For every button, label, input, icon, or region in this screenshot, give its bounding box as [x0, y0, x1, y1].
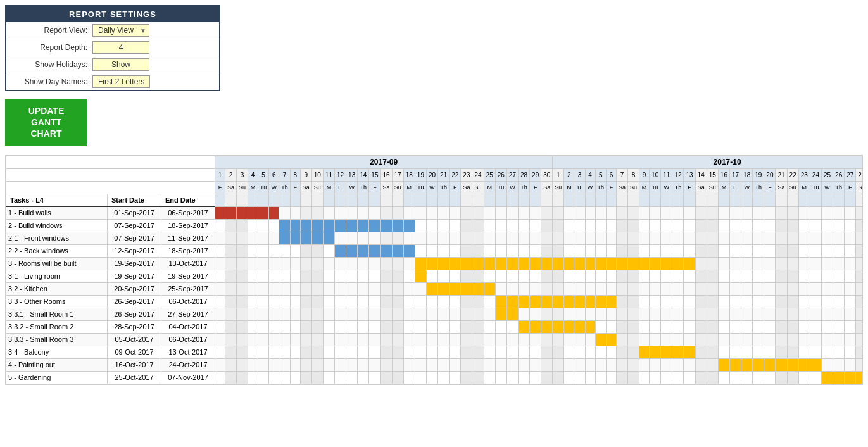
table-row: 5 - Gardening25-Oct-201707-Nov-2017	[6, 371, 864, 384]
task-name: 2 - Build windows	[6, 219, 108, 232]
task-name: 5 - Gardening	[6, 371, 108, 384]
task-start-date: 07-Sep-2017	[108, 232, 161, 244]
table-row: 2 - Build windows07-Sep-201718-Sep-2017	[6, 219, 864, 232]
gantt-chart: 2017-092017-102017-111234567891011121314…	[5, 155, 863, 385]
task-name: 3.1 - Living room	[6, 270, 108, 282]
task-end-date: 19-Sep-2017	[161, 270, 215, 282]
table-row: 2.1 - Front windows07-Sep-201711-Sep-201…	[6, 232, 864, 244]
task-name: 1 - Build walls	[6, 206, 108, 219]
task-start-date: 07-Sep-2017	[108, 219, 161, 232]
report-depth-label: Report Depth:	[10, 43, 92, 52]
task-name: 3 - Rooms will be built	[6, 257, 108, 270]
task-start-date: 20-Sep-2017	[108, 282, 161, 295]
table-row: 3.3.1 - Small Room 126-Sep-201727-Sep-20…	[6, 308, 864, 320]
report-view-label: Report View:	[10, 26, 92, 35]
task-end-date: 13-Oct-2017	[161, 257, 215, 270]
report-view-value[interactable]: Daily View ▼	[92, 24, 149, 37]
task-end-date: 24-Oct-2017	[161, 358, 215, 371]
task-name: 3.3 - Other Rooms	[6, 295, 108, 308]
dropdown-arrow-icon: ▼	[140, 27, 146, 34]
task-end-date: 27-Sep-2017	[161, 308, 215, 320]
settings-title: REPORT SETTINGS	[6, 6, 219, 22]
task-end-date: 18-Sep-2017	[161, 244, 215, 257]
report-view-row: Report View: Daily View ▼	[6, 22, 219, 39]
task-start-date: 25-Oct-2017	[108, 371, 161, 384]
task-end-date: 06-Sep-2017	[161, 206, 215, 219]
task-start-date: 26-Sep-2017	[108, 308, 161, 320]
task-end-date: 18-Sep-2017	[161, 219, 215, 232]
task-start-date: 19-Sep-2017	[108, 270, 161, 282]
report-depth-value[interactable]: 4	[92, 41, 149, 54]
task-name: 3.3.1 - Small Room 1	[6, 308, 108, 320]
table-row: 3.3.2 - Small Room 228-Sep-201704-Oct-20…	[6, 320, 864, 333]
table-row: 3 - Rooms will be built19-Sep-201713-Oct…	[6, 257, 864, 270]
table-row: 3.1 - Living room19-Sep-201719-Sep-2017	[6, 270, 864, 282]
task-name: 3.4 - Balcony	[6, 346, 108, 358]
report-depth-row: Report Depth: 4	[6, 39, 219, 56]
task-end-date: 06-Oct-2017	[161, 295, 215, 308]
task-start-date: 28-Sep-2017	[108, 320, 161, 333]
show-day-names-label: Show Day Names:	[10, 77, 92, 86]
table-row: 4 - Painting out16-Oct-201724-Oct-2017	[6, 358, 864, 371]
settings-panel: REPORT SETTINGS Report View: Daily View …	[5, 5, 220, 91]
table-row: 1 - Build walls01-Sep-201706-Sep-2017	[6, 206, 864, 219]
table-row: 3.3 - Other Rooms26-Sep-201706-Oct-2017	[6, 295, 864, 308]
show-day-names-value[interactable]: First 2 Letters	[92, 75, 150, 88]
task-name: 2.2 - Back windows	[6, 244, 108, 257]
task-start-date: 19-Sep-2017	[108, 257, 161, 270]
show-holidays-value[interactable]: Show	[92, 58, 149, 71]
task-name: 3.2 - Kitchen	[6, 282, 108, 295]
table-row: 2.2 - Back windows12-Sep-201718-Sep-2017	[6, 244, 864, 257]
show-holidays-label: Show Holidays:	[10, 60, 92, 69]
task-start-date: 16-Oct-2017	[108, 358, 161, 371]
task-name: 2.1 - Front windows	[6, 232, 108, 244]
task-name: 3.3.2 - Small Room 2	[6, 320, 108, 333]
table-row: 3.4 - Balcony09-Oct-201713-Oct-2017	[6, 346, 864, 358]
table-row: 3.3.3 - Small Room 305-Oct-201706-Oct-20…	[6, 333, 864, 346]
task-end-date: 13-Oct-2017	[161, 346, 215, 358]
task-name: 3.3.3 - Small Room 3	[6, 333, 108, 346]
task-start-date: 26-Sep-2017	[108, 295, 161, 308]
task-start-date: 01-Sep-2017	[108, 206, 161, 219]
task-end-date: 11-Sep-2017	[161, 232, 215, 244]
show-holidays-row: Show Holidays: Show	[6, 56, 219, 73]
update-gantt-button[interactable]: UPDATEGANTT CHART	[5, 99, 87, 146]
task-end-date: 06-Oct-2017	[161, 333, 215, 346]
task-start-date: 12-Sep-2017	[108, 244, 161, 257]
task-start-date: 05-Oct-2017	[108, 333, 161, 346]
task-start-date: 09-Oct-2017	[108, 346, 161, 358]
task-end-date: 25-Sep-2017	[161, 282, 215, 295]
task-name: 4 - Painting out	[6, 358, 108, 371]
show-day-names-row: Show Day Names: First 2 Letters	[6, 73, 219, 90]
task-end-date: 07-Nov-2017	[161, 371, 215, 384]
table-row: 3.2 - Kitchen20-Sep-201725-Sep-2017	[6, 282, 864, 295]
task-end-date: 04-Oct-2017	[161, 320, 215, 333]
